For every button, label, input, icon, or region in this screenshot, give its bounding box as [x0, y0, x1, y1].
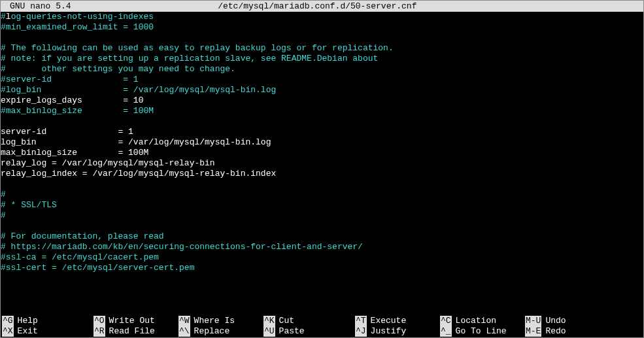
help-key: ^J	[355, 326, 367, 337]
help-label: Justify	[371, 326, 407, 337]
help-item: ^CLocation	[440, 316, 525, 326]
editor-line[interactable]: #max_binlog_size = 100M	[1, 106, 643, 116]
help-key: ^C	[440, 316, 452, 326]
help-item: ^OWrite Out	[93, 316, 178, 326]
editor-line[interactable]: # other settings you may need to change.	[1, 64, 643, 75]
help-item: ^JJustify	[355, 326, 440, 337]
app-name: GNU nano 5.4	[2, 1, 71, 12]
editor-line[interactable]: max_binlog_size = 100M	[1, 148, 643, 158]
help-item: M-ERedo	[525, 326, 603, 337]
editor-line[interactable]: relay_log = /var/log/mysql/mysql-relay-b…	[1, 158, 643, 169]
help-label: Cut	[279, 316, 294, 326]
editor-line[interactable]: # For documentation, please read	[1, 231, 643, 242]
editor-line[interactable]: expire_logs_days = 10	[1, 95, 643, 106]
help-label: Exit	[18, 326, 38, 337]
help-item: ^RRead File	[93, 326, 178, 337]
help-key: ^W	[178, 316, 190, 326]
editor-line[interactable]: # note: if you are setting up a replicat…	[1, 54, 643, 64]
editor-line[interactable]: #server-id = 1	[1, 75, 643, 85]
help-label: Undo	[545, 316, 566, 326]
help-key: ^\	[178, 326, 190, 337]
editor-line[interactable]: #ssl-ca = /etc/mysql/cacert.pem	[1, 252, 643, 263]
editor-line[interactable]: # * SSL/TLS	[1, 200, 643, 211]
editor-line[interactable]: relay_log_index = /var/log/mysql/mysql-r…	[1, 169, 643, 179]
help-row: ^GHelp^OWrite Out^WWhere Is^KCut^TExecut…	[2, 316, 643, 326]
editor-line[interactable]: # The following can be used as easy to r…	[1, 43, 643, 54]
help-key: ^O	[93, 316, 105, 326]
editor-line[interactable]: #ssl-cert = /etc/mysql/server-cert.pem	[1, 263, 643, 273]
help-key: ^T	[355, 316, 367, 326]
help-label: Help	[18, 316, 38, 326]
editor-line[interactable]	[1, 221, 643, 231]
editor-content[interactable]: #log-queries-not-using-indexes#min_exami…	[1, 12, 643, 273]
file-path: /etc/mysql/mariadb.conf.d/50-server.cnf	[71, 1, 564, 12]
help-key: M-U	[525, 316, 541, 326]
editor-line[interactable]: #log-queries-not-using-indexes	[1, 12, 643, 22]
help-item: ^_Go To Line	[440, 326, 525, 337]
help-key: ^X	[2, 326, 14, 337]
help-key: ^_	[440, 326, 452, 337]
help-label: Where Is	[194, 316, 235, 326]
help-label: Write Out	[109, 316, 155, 326]
help-row: ^XExit^RRead File^\Replace^UPaste^JJusti…	[2, 326, 643, 337]
editor-line[interactable]: #	[1, 211, 643, 221]
help-key: ^R	[93, 326, 105, 337]
help-item: ^UPaste	[263, 326, 355, 337]
help-item: ^TExecute	[355, 316, 440, 326]
help-label: Execute	[371, 316, 407, 326]
help-label: Read File	[109, 326, 155, 337]
help-item: ^\Replace	[178, 326, 263, 337]
help-item: ^KCut	[263, 316, 355, 326]
help-bar: ^GHelp^OWrite Out^WWhere Is^KCut^TExecut…	[1, 316, 643, 338]
help-label: Go To Line	[456, 326, 507, 337]
help-item: ^XExit	[2, 326, 93, 337]
editor-line[interactable]: # https://mariadb.com/kb/en/securing-con…	[1, 242, 643, 252]
help-label: Paste	[279, 326, 305, 337]
help-label: Replace	[194, 326, 230, 337]
help-item: ^WWhere Is	[178, 316, 263, 326]
editor-line[interactable]: #log_bin = /var/log/mysql/mysql-bin.log	[1, 85, 643, 95]
help-label: Redo	[545, 326, 566, 337]
editor-line[interactable]: #	[1, 190, 643, 200]
editor-line[interactable]: log_bin = /var/log/mysql/mysql-bin.log	[1, 137, 643, 148]
help-key: ^G	[2, 316, 14, 326]
help-label: Location	[456, 316, 496, 326]
editor-line[interactable]	[1, 33, 643, 43]
help-key: ^K	[263, 316, 275, 326]
editor-line[interactable]	[1, 179, 643, 190]
help-key: M-E	[525, 326, 541, 337]
editor-line[interactable]: #min_examined_row_limit = 1000	[1, 22, 643, 33]
help-key: ^U	[263, 326, 275, 337]
editor-line[interactable]: server-id = 1	[1, 127, 643, 137]
titlebar: GNU nano 5.4 /etc/mysql/mariadb.conf.d/5…	[1, 1, 643, 12]
editor-line[interactable]	[1, 116, 643, 127]
help-item: ^GHelp	[2, 316, 93, 326]
help-item: M-UUndo	[525, 316, 603, 326]
